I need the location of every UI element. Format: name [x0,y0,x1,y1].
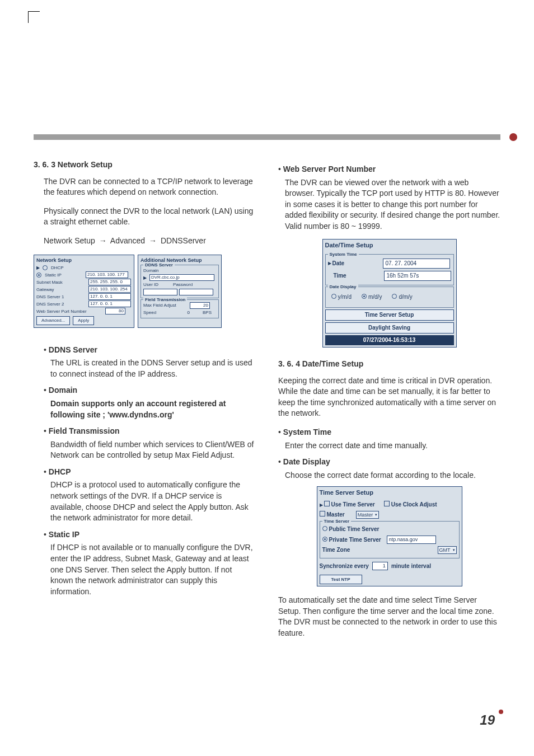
password-input[interactable] [179,289,213,295]
paragraph: Physically connect the DVR to the local … [44,206,256,228]
speed-label: Speed [143,309,177,316]
gateway-label: Gateway [36,287,87,293]
password-label: Password [173,281,216,288]
apply-button[interactable]: Apply [73,316,94,325]
bullet-body: Domain supports only an account register… [50,398,256,420]
daylight-saving-button[interactable]: Daylight Saving [325,322,454,334]
bullet-static: • Static IP [44,529,256,541]
userid-input[interactable] [143,289,177,295]
master-dropdown[interactable]: Master [356,511,380,519]
panel-title: Date/Time Setup [325,241,454,250]
use-clock-adjust-check[interactable]: Use Clock Adjust [384,501,437,509]
use-time-server-check[interactable]: ▶Use Time Server [320,501,375,509]
bps-label: BPS [203,309,212,316]
section-heading: 3. 6. 4 Date/Time Setup [278,359,500,370]
path-segment: Network Setup [44,236,95,245]
bullet-ddns: • DDNS Server [44,345,256,356]
date-value[interactable]: 07. 27. 2004 [383,259,450,269]
dns1-label: DNS Server 1 [36,294,87,300]
option-label: d/m/y [399,294,412,300]
public-server-option[interactable]: Public Time Server [322,525,457,533]
bullet-title: Field Transmission [49,426,120,435]
subnet-label: Subnet Mask [36,279,87,285]
group-title: DDNS Server [143,262,175,268]
timezone-label: Time Zone [322,546,350,554]
header-dot-icon [509,133,517,141]
cursor-icon: ▶ [328,260,331,266]
gateway-value[interactable]: 210. 103. 100. 254 [88,286,131,293]
right-column: • Web Server Port Number The DVR can be … [278,159,500,647]
bullet-body: Bandwidth of field number which services… [50,439,256,461]
domain-label: Domain [143,267,163,274]
dmy-option[interactable]: d/m/y [392,293,412,301]
mdy-option[interactable]: m/d/y [362,293,382,301]
date-label: Date [332,260,383,267]
private-server-value[interactable]: ntp.nasa.gov [387,536,436,544]
bullet-title: Web Server Port Number [283,165,376,173]
status-timestamp: 07/27/2004-16:53:13 [325,335,454,345]
bullet-title: DDNS Server [49,345,97,354]
time-value[interactable]: 16h 52m 57s [384,271,451,281]
bullet-body: If DHCP is not available or to manually … [50,542,256,597]
paragraph: Keeping the correct date and time is cri… [278,375,500,419]
bullet-title: Domain [49,386,77,395]
dns2-value[interactable]: 127. 0. 0. 1 [88,300,131,307]
additional-network-panel: Additional Network Setup DDNS Server Dom… [138,255,222,328]
dns2-label: DNS Server 2 [36,301,87,307]
paragraph: The DVR can be connected to a TCP/IP net… [44,176,256,198]
master-check[interactable]: Master [320,511,345,519]
cursor-icon: ▶ [143,275,147,281]
breadcrumb-path: Network Setup → Advanced → DDNSServer [44,236,256,247]
sync-value[interactable]: 1 [372,562,388,570]
time-server-setup-button[interactable]: Time Server Setup [325,309,454,321]
panel-title: Time Server Setup [320,489,460,497]
bullet-body: Enter the correct date and time manually… [285,440,500,452]
sync-label: Synchronize every [320,562,369,570]
timezone-dropdown[interactable]: GMT [438,546,457,555]
bullet-body: The URL is created in the DDNS Server se… [50,358,256,379]
bullet-title: System Time [283,428,331,436]
bullet-domain: • Domain [44,385,256,396]
group-title: Time Server [322,518,352,524]
maxfield-label: Max Field Adjust [143,302,188,308]
domain-value[interactable]: DVR.cbc.co.jp [149,274,214,281]
option-label: m/d/y [368,294,382,300]
group-title: Date Display [328,284,358,290]
option-label: Private Time Server [329,537,381,543]
static-ip-label: Static IP [45,272,84,278]
check-label: Master [327,511,345,518]
bullet-dhcp: • DHCP [44,467,256,478]
bullet-title: Static IP [49,530,79,539]
port-value[interactable]: 80 [105,308,125,314]
dns1-value[interactable]: 127. 0. 0. 1 [88,293,131,300]
bullet-systemtime: • System Time [278,427,500,438]
cursor-icon: ▶ [36,265,40,271]
check-label: Use Clock Adjust [391,501,437,508]
network-setup-panel: Network Setup ▶ DHCP Static IP 210. 103.… [34,255,134,328]
group-title: System Time [328,251,359,257]
time-server-panel: Time Server Setup ▶Use Time Server Use C… [317,486,462,586]
maxfield-value[interactable]: 20 [190,302,210,309]
bullet-body: DHCP is a protocol used to automatically… [50,480,256,523]
bullet-body: The DVR can be viewed over the network w… [285,177,500,232]
option-label: y/m/d [338,294,352,300]
page-number: 19 [480,712,495,728]
paragraph: To automatically set the date and time s… [278,595,500,638]
static-ip-value[interactable]: 210. 103. 100. 177 [86,271,128,278]
speed-value: 0 [179,309,190,316]
subnet-value[interactable]: 255. 255. 255. 0 [88,279,131,285]
advanced-button[interactable]: Advanced... [36,316,70,325]
private-server-option[interactable]: Private Time Server [322,536,381,544]
test-ntp-button[interactable]: Test NTP [320,575,362,584]
section-heading: 3. 6. 3 Network Setup [34,159,256,171]
ymd-option[interactable]: y/m/d [331,293,352,301]
dhcp-radio[interactable] [43,265,48,270]
left-column: 3. 6. 3 Network Setup The DVR can be con… [34,159,256,647]
datetime-setup-panel: Date/Time Setup System Time ▶ Date 07. 2… [322,239,457,348]
time-label: Time [334,272,384,280]
arrow-icon: → [97,236,109,245]
panel-title: Network Setup [36,257,132,264]
static-ip-radio[interactable] [36,273,41,278]
bullet-web: • Web Server Port Number [278,164,500,175]
page-dot-icon [499,710,503,714]
